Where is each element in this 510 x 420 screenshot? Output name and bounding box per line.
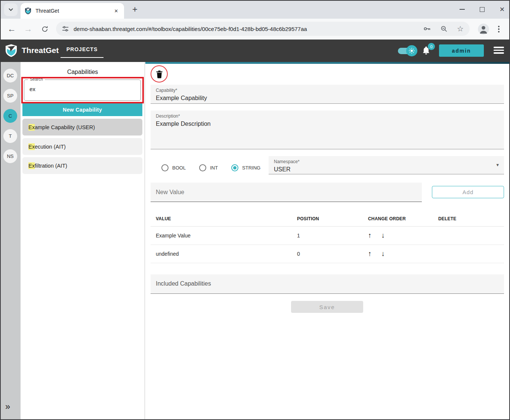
trash-icon (155, 69, 164, 79)
window-close-button[interactable]: ✕ (500, 6, 505, 13)
password-key-icon[interactable] (423, 25, 431, 33)
row-position: 1 (293, 233, 364, 239)
browser-menu-kebab-icon[interactable] (494, 24, 503, 34)
capability-item-label: ecution (AIT) (35, 144, 66, 150)
theme-toggle[interactable] (398, 48, 414, 54)
row-value: Example Value (151, 233, 293, 239)
value-table-row: Example Value1↑↓ (151, 227, 504, 245)
row-value: undefined (151, 251, 293, 257)
admin-user-button[interactable]: admin (439, 44, 484, 57)
row-position: 0 (293, 251, 364, 257)
url-bar[interactable]: demo-shaaban.threatget.com/#/toolbox/cap… (56, 22, 470, 36)
add-value-button[interactable]: Add (432, 186, 504, 198)
site-settings-icon[interactable] (62, 25, 69, 32)
chevron-down-icon[interactable]: ▾ (496, 162, 499, 168)
col-delete: DELETE (434, 216, 504, 221)
move-down-icon[interactable]: ↓ (381, 250, 385, 258)
namespace-label: Namespace* (274, 159, 300, 164)
save-button[interactable]: Save (291, 301, 363, 313)
reload-button[interactable] (38, 19, 51, 39)
browser-tab[interactable]: ThreatGet ✕ (21, 3, 124, 19)
browser-toolbar: ← → demo-shaaban.threatget.com/#/toolbox… (0, 19, 510, 40)
capability-field[interactable]: Capability* Example Capability (151, 85, 504, 104)
tab-search-button[interactable] (4, 3, 18, 16)
rail-item-dc[interactable]: DC (3, 69, 17, 83)
minimize-button[interactable] (460, 9, 465, 10)
namespace-select[interactable]: Namespace* USER ▾ (269, 156, 504, 174)
radio-circle-icon[interactable] (199, 164, 206, 171)
radio-label: BOOL (172, 165, 186, 171)
bookmark-star-icon[interactable]: ☆ (457, 25, 464, 32)
col-change-order: CHANGE ORDER (364, 216, 434, 221)
move-down-icon[interactable]: ↓ (381, 231, 385, 240)
rail-item-ns[interactable]: NS (3, 149, 17, 163)
app-navbar: ThreatGet PROJECTS 0 (0, 40, 510, 62)
value-table: VALUE POSITION CHANGE ORDER DELETE Examp… (151, 211, 504, 263)
rail-expand-icon[interactable]: » (5, 401, 10, 412)
new-capability-button[interactable]: New Capability (22, 103, 142, 116)
search-match-highlight: Ex (28, 143, 35, 150)
browser-window: ThreatGet ✕ + ✕ ← → demo-shaaban.threatg… (0, 0, 510, 420)
reload-icon (41, 25, 49, 33)
namespace-value: USER (274, 166, 290, 173)
value-table-body: Example Value1↑↓undefined0↑↓ (151, 227, 504, 263)
browser-profile-avatar[interactable] (478, 24, 489, 35)
description-field-label: Description* (156, 113, 180, 119)
radio-circle-icon[interactable] (161, 164, 169, 171)
maximize-button[interactable] (480, 7, 485, 12)
app-brand[interactable]: ThreatGet (4, 43, 59, 57)
delete-capability-button[interactable] (151, 65, 168, 83)
forward-button[interactable]: → (22, 19, 34, 39)
capability-item-label: ample Capability (USER) (35, 124, 95, 130)
description-field[interactable]: Description* Example Description (151, 111, 504, 149)
rail-item-t[interactable]: T (3, 129, 17, 143)
rail: » DCSPCTNS (0, 62, 21, 420)
tab-close-icon[interactable]: ✕ (112, 7, 120, 15)
page-content: » DCSPCTNS Capabilities Search ex New Ca… (0, 62, 510, 420)
new-tab-button[interactable]: + (129, 4, 140, 15)
capabilities-sidebar: Capabilities Search ex New Capability Ex… (21, 62, 145, 420)
capability-list-item[interactable]: Example Capability (USER) (22, 119, 142, 136)
theme-toggle-knob[interactable] (406, 45, 417, 56)
radio-bool[interactable]: BOOL (161, 164, 186, 171)
move-up-icon[interactable]: ↑ (368, 250, 372, 258)
capability-list-item[interactable]: Exfiltration (AIT) (22, 157, 142, 174)
included-capabilities-field[interactable]: Included Capabilities (151, 274, 504, 294)
search-match-highlight: Ex (28, 162, 35, 169)
notification-badge: 0 (428, 43, 435, 50)
col-position: POSITION (293, 216, 364, 221)
included-capabilities-label: Included Capabilities (156, 280, 211, 287)
sidebar-title: Capabilities (21, 69, 145, 75)
radio-label: STRING (242, 165, 260, 171)
radio-circle-icon[interactable] (231, 164, 238, 171)
nav-projects[interactable]: PROJECTS (61, 46, 103, 58)
hamburger-menu-icon[interactable] (494, 47, 504, 54)
back-button[interactable]: ← (5, 19, 18, 39)
search-input-value: ex (30, 86, 35, 92)
capability-field-value: Example Capability (156, 95, 207, 102)
col-value: VALUE (151, 216, 293, 221)
url-text[interactable]: demo-shaaban.threatget.com/#/toolbox/cap… (74, 26, 418, 32)
search-match-highlight: Ex (28, 124, 35, 131)
radio-label: INT (210, 165, 218, 171)
search-input-label: Search (28, 77, 45, 81)
new-value-input[interactable]: New Value (151, 183, 422, 202)
capability-item-label: filtration (AIT) (35, 163, 67, 169)
description-field-value: Example Description (156, 121, 211, 127)
radio-string[interactable]: STRING (231, 164, 260, 171)
panel-top-accent-bar (145, 62, 510, 64)
app-title: ThreatGet (22, 46, 59, 55)
window-controls: ✕ (460, 0, 505, 19)
notifications-button[interactable]: 0 (422, 46, 431, 56)
rail-item-sp[interactable]: SP (3, 89, 17, 103)
capability-field-label: Capability* (156, 88, 177, 93)
radio-int[interactable]: INT (199, 164, 218, 171)
capability-list-item[interactable]: Execution (AIT) (22, 138, 142, 155)
rail-item-c[interactable]: C (3, 109, 17, 123)
sun-icon (409, 48, 415, 54)
browser-titlebar: ThreatGet ✕ + ✕ (0, 0, 510, 19)
zoom-out-icon[interactable] (440, 25, 448, 33)
threatget-favicon-icon (24, 7, 32, 15)
search-input[interactable]: Search ex (24, 80, 141, 101)
move-up-icon[interactable]: ↑ (368, 231, 372, 240)
